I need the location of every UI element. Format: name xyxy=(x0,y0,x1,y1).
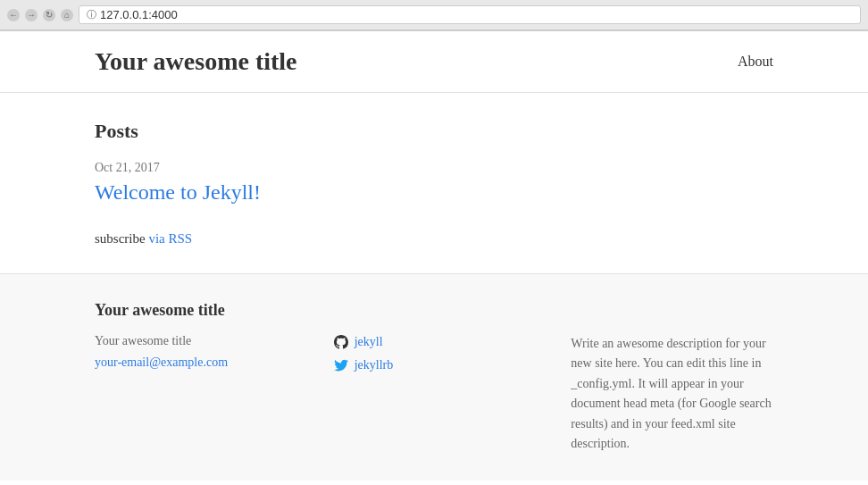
site-nav: About xyxy=(738,54,773,70)
post-date: Oct 21, 2017 xyxy=(95,161,773,175)
footer-description: Write an awesome description for your ne… xyxy=(571,334,773,454)
footer-title: Your awesome title xyxy=(95,301,773,320)
site-title[interactable]: Your awesome title xyxy=(95,47,297,76)
footer-link-twitter: jekyllrb xyxy=(333,357,536,373)
footer-site-name: Your awesome title xyxy=(95,334,297,348)
site-header: Your awesome title About xyxy=(0,31,868,93)
home-button[interactable]: ⌂ xyxy=(61,9,73,21)
footer-col-description: Write an awesome description for your ne… xyxy=(571,334,773,454)
github-icon xyxy=(333,334,349,350)
footer-col-links: jekyll jekyllrb xyxy=(333,334,536,454)
footer-columns: Your awesome title your-email@example.co… xyxy=(95,334,773,454)
post-item: Oct 21, 2017 Welcome to Jekyll! xyxy=(95,161,773,205)
footer-link-github: jekyll xyxy=(333,334,536,350)
twitter-icon xyxy=(333,357,349,373)
info-icon: ⓘ xyxy=(87,8,96,21)
rss-link[interactable]: via RSS xyxy=(148,231,192,246)
browser-chrome: ← → ↻ ⌂ ⓘ 127.0.0.1:4000 xyxy=(0,0,868,31)
footer-email[interactable]: your-email@example.com xyxy=(95,355,228,369)
reload-button[interactable]: ↻ xyxy=(43,9,55,21)
post-title-link[interactable]: Welcome to Jekyll! xyxy=(95,180,261,204)
posts-heading: Posts xyxy=(95,120,773,143)
about-link[interactable]: About xyxy=(738,54,773,69)
main-content: Posts Oct 21, 2017 Welcome to Jekyll! su… xyxy=(77,93,791,273)
subscribe-text: subscribe via RSS xyxy=(95,231,773,247)
github-link[interactable]: jekyll xyxy=(355,335,383,349)
address-text: 127.0.0.1:4000 xyxy=(100,8,178,21)
footer-col-info: Your awesome title your-email@example.co… xyxy=(95,334,297,454)
site-footer: Your awesome title Your awesome title yo… xyxy=(0,273,868,481)
subscribe-label: subscribe xyxy=(95,231,146,246)
twitter-link[interactable]: jekyllrb xyxy=(355,358,394,372)
address-bar[interactable]: ⓘ 127.0.0.1:4000 xyxy=(79,5,861,24)
forward-button[interactable]: → xyxy=(25,9,38,21)
browser-toolbar: ← → ↻ ⌂ ⓘ 127.0.0.1:4000 xyxy=(0,0,868,30)
back-button[interactable]: ← xyxy=(7,9,20,21)
footer-links-list: jekyll jekyllrb xyxy=(333,334,536,373)
